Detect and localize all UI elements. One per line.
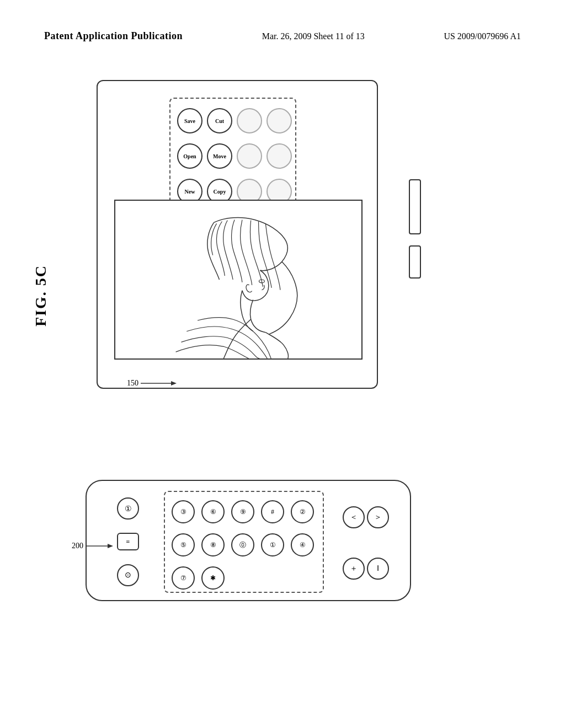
cut-button[interactable]: Cut	[207, 108, 232, 133]
tv-device: Save Cut Open Move New Copy	[97, 80, 406, 389]
move-button[interactable]: Move	[207, 143, 232, 169]
nav-plus-btn[interactable]: ＋	[343, 558, 365, 580]
key-hash[interactable]: #	[261, 500, 284, 523]
screen-display	[114, 200, 363, 360]
save-button[interactable]: Save	[177, 108, 202, 133]
empty-btn-2	[266, 108, 292, 133]
remote-body: ① ≡ ⊙ ③ ⑥ ⑨ # ② ⑤ ⑧ ⓪ ① ④ ⑦ ✱ ＜ ＞	[86, 480, 411, 601]
remote-keypad: ③ ⑥ ⑨ # ② ⑤ ⑧ ⓪ ① ④ ⑦ ✱	[164, 491, 324, 593]
page-header: Patent Application Publication Mar. 26, …	[44, 30, 521, 42]
key-9[interactable]: ⑨	[231, 500, 254, 523]
remote-right-nav: ＜ ＞ ＋ Ⅰ	[338, 492, 393, 594]
woman-illustration	[115, 201, 361, 358]
empty-btn-4	[266, 143, 292, 169]
popup-menu: Save Cut Open Move New Copy	[169, 98, 296, 205]
publication-number: US 2009/0079696 A1	[444, 31, 521, 41]
empty-btn-3	[237, 143, 262, 169]
nav-lr-pair: ＜ ＞	[343, 506, 389, 528]
side-button-top[interactable]	[409, 179, 421, 234]
ref-200-label: 200	[72, 542, 83, 550]
svg-marker-5	[108, 544, 113, 548]
figure-label: FIG. 5C	[32, 265, 50, 326]
nav-left-btn[interactable]: ＜	[343, 506, 365, 528]
ref-150-label: 150	[127, 379, 138, 388]
key-3[interactable]: ③	[172, 500, 195, 523]
remote-btn-1[interactable]: ①	[117, 497, 139, 520]
key-5[interactable]: ⑤	[172, 533, 195, 556]
remote-btn-menu[interactable]: ≡	[117, 533, 139, 550]
key-6[interactable]: ⑥	[201, 500, 225, 523]
key-0[interactable]: ⓪	[231, 533, 254, 556]
key-8[interactable]: ⑧	[201, 533, 225, 556]
remote-btn-power[interactable]: ⊙	[117, 564, 139, 586]
ref-150-arrow	[141, 378, 174, 389]
key-star[interactable]: ✱	[201, 566, 225, 590]
ref-200-arrow	[86, 540, 113, 552]
nav-right-btn[interactable]: ＞	[367, 506, 389, 528]
open-button[interactable]: Open	[177, 143, 202, 169]
key-4[interactable]: ④	[291, 533, 314, 556]
publication-title: Patent Application Publication	[44, 30, 183, 42]
device-body: Save Cut Open Move New Copy	[97, 80, 378, 389]
empty-btn-1	[237, 108, 262, 133]
side-button-bottom[interactable]	[409, 245, 421, 279]
nav-one-btn[interactable]: Ⅰ	[367, 558, 389, 580]
remote-control: ① ≡ ⊙ ③ ⑥ ⑨ # ② ⑤ ⑧ ⓪ ① ④ ⑦ ✱ ＜ ＞	[86, 480, 411, 601]
ref-200-container: 200	[72, 540, 113, 552]
publication-date-sheet: Mar. 26, 2009 Sheet 11 of 13	[262, 31, 365, 41]
nav-vol-pair: ＋ Ⅰ	[343, 558, 389, 580]
key-7[interactable]: ⑦	[172, 566, 195, 590]
ref-150-container: 150	[127, 378, 174, 389]
key-1[interactable]: ①	[261, 533, 284, 556]
key-2[interactable]: ②	[291, 500, 314, 523]
